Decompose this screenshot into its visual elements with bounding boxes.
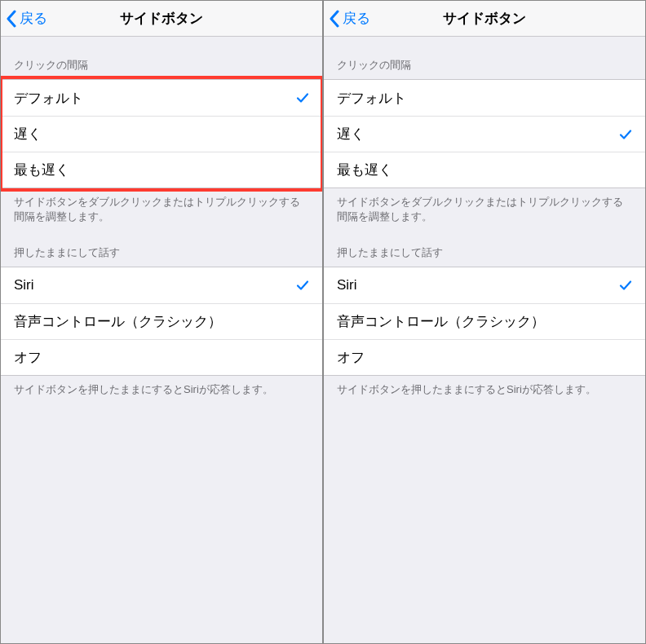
section-header-hold-speak: 押したままにして話す [324, 224, 645, 267]
checkmark-icon [296, 91, 309, 104]
option-label: デフォルト [337, 89, 406, 108]
section-footer-hold-speak: サイドボタンを押したままにするとSiriが応答します。 [1, 376, 322, 397]
option-label: 最も遅く [14, 161, 69, 179]
option-voice-control[interactable]: 音声コントロール（クラシック） [1, 303, 322, 339]
chevron-left-icon [329, 10, 339, 28]
section-header-click-speed: クリックの間隔 [1, 37, 322, 79]
page-title: サイドボタン [1, 9, 322, 28]
back-button[interactable]: 戻る [1, 9, 47, 28]
settings-panel-right: 戻る サイドボタン クリックの間隔 デフォルト 遅く 最も遅く サイドボタンをダ… [323, 0, 646, 644]
option-label: 最も遅く [337, 161, 392, 179]
option-slowest[interactable]: 最も遅く [324, 152, 645, 187]
hold-speak-list: Siri 音声コントロール（クラシック） オフ [1, 267, 322, 376]
section-header-hold-speak: 押したままにして話す [1, 224, 322, 267]
option-slow[interactable]: 遅く [324, 116, 645, 152]
click-speed-list: デフォルト 遅く 最も遅く [1, 79, 322, 188]
section-footer-click-speed: サイドボタンをダブルクリックまたはトリプルクリックする間隔を調整します。 [324, 188, 645, 224]
section-header-click-speed: クリックの間隔 [324, 37, 645, 79]
hold-speak-list: Siri 音声コントロール（クラシック） オフ [324, 267, 645, 376]
option-voice-control[interactable]: 音声コントロール（クラシック） [324, 303, 645, 339]
option-slowest[interactable]: 最も遅く [1, 152, 322, 187]
settings-panel-left: 戻る サイドボタン クリックの間隔 デフォルト 遅く 最も遅く サイドボタンをダ… [0, 0, 323, 644]
option-label: デフォルト [14, 89, 83, 108]
option-label: Siri [14, 277, 34, 293]
nav-bar: 戻る サイドボタン [324, 1, 645, 37]
back-button[interactable]: 戻る [324, 9, 370, 28]
section-footer-hold-speak: サイドボタンを押したままにするとSiriが応答します。 [324, 376, 645, 397]
nav-bar: 戻る サイドボタン [1, 1, 322, 37]
option-default[interactable]: デフォルト [324, 80, 645, 116]
option-label: Siri [337, 277, 357, 293]
option-label: 音声コントロール（クラシック） [14, 312, 222, 331]
section-footer-click-speed: サイドボタンをダブルクリックまたはトリプルクリックする間隔を調整します。 [1, 188, 322, 224]
option-default[interactable]: デフォルト [1, 80, 322, 116]
option-off[interactable]: オフ [1, 339, 322, 375]
option-label: オフ [337, 348, 365, 367]
checkmark-icon [619, 279, 632, 292]
option-label: 遅く [337, 125, 365, 143]
chevron-left-icon [6, 10, 16, 28]
option-siri[interactable]: Siri [1, 267, 322, 303]
option-label: 遅く [14, 125, 42, 143]
page-title: サイドボタン [324, 9, 645, 28]
click-speed-list: デフォルト 遅く 最も遅く [324, 79, 645, 188]
option-siri[interactable]: Siri [324, 267, 645, 303]
checkmark-icon [619, 128, 632, 141]
option-label: 音声コントロール（クラシック） [337, 312, 545, 331]
back-label: 戻る [20, 9, 47, 28]
back-label: 戻る [343, 9, 370, 28]
option-off[interactable]: オフ [324, 339, 645, 375]
option-label: オフ [14, 348, 42, 367]
checkmark-icon [296, 279, 309, 292]
option-slow[interactable]: 遅く [1, 116, 322, 152]
